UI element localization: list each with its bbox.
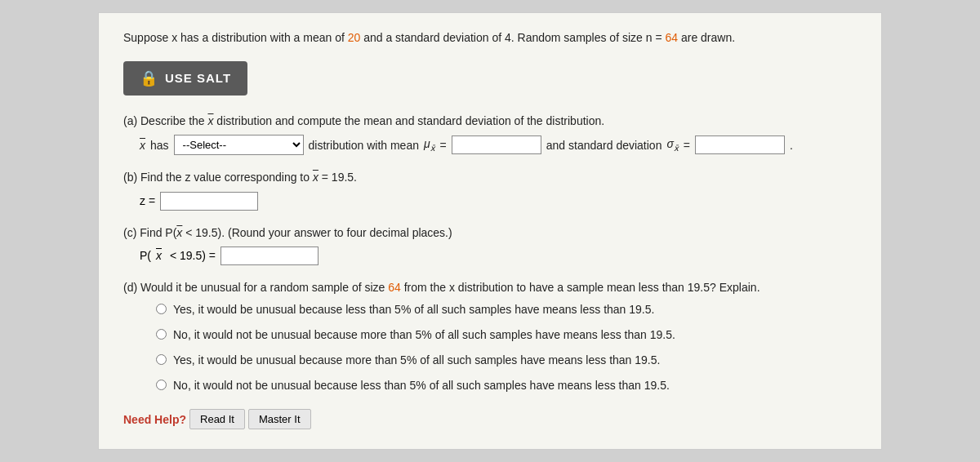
xbar-c2: x — [156, 249, 162, 262]
need-help-label: Need Help? — [123, 413, 186, 426]
problem-text-1: Suppose x has a distribution with a mean… — [123, 31, 348, 44]
and-label: and standard deviation — [546, 139, 662, 152]
p-input[interactable] — [220, 247, 318, 265]
part-a-input-row: x has --Select-- normal approximately no… — [140, 135, 857, 155]
distribution-select[interactable]: --Select-- normal approximately normal b… — [174, 135, 304, 155]
use-salt-button[interactable]: 🔒 USE SALT — [123, 61, 247, 96]
radio-4[interactable] — [156, 380, 167, 390]
period-a: . — [790, 139, 793, 152]
has-label: has — [150, 139, 169, 152]
main-container: Suppose x has a distribution with a mean… — [98, 12, 882, 451]
problem-text-3: are drawn. — [678, 31, 735, 44]
master-it-button[interactable]: Master It — [248, 409, 311, 429]
p-input-row: P(x < 19.5) = — [140, 247, 857, 265]
read-it-button[interactable]: Read It — [189, 409, 245, 429]
equals-a2: = — [684, 139, 690, 152]
sd-input[interactable] — [695, 135, 785, 154]
radio-2[interactable] — [156, 329, 167, 340]
part-b-text-1: (b) Find the z value corresponding to — [123, 171, 313, 184]
part-d-radio-group: Yes, it would be unusual because less th… — [156, 301, 857, 394]
part-a-text-1: (a) Describe the — [123, 114, 207, 127]
z-input-row: z = — [140, 192, 857, 211]
part-c-text-2: < 19.5). (Round your answer to four deci… — [182, 226, 452, 239]
mu-symbol: μx̄ — [424, 137, 435, 153]
part-d-text-2: from the x distribution to have a sample… — [401, 281, 760, 294]
section-b: (b) Find the z value corresponding to x … — [123, 168, 857, 210]
section-b-label: (b) Find the z value corresponding to x … — [123, 168, 857, 186]
xbar-a2: x — [140, 139, 145, 152]
section-d-label: (d) Would it be unusual for a random sam… — [123, 278, 857, 296]
size-highlight: 64 — [388, 281, 401, 294]
z-input[interactable] — [160, 192, 258, 211]
radio-label-4: No, it would not be unusual because less… — [173, 377, 670, 394]
salt-icon: 🔒 — [140, 69, 158, 87]
sigma-sub: x̄ — [674, 144, 679, 153]
dist-label: distribution with mean — [309, 139, 419, 152]
section-c: (c) Find P(x < 19.5). (Round your answer… — [123, 224, 857, 265]
sigma-symbol: σx̄ — [666, 137, 678, 153]
problem-statement: Suppose x has a distribution with a mean… — [123, 29, 857, 47]
radio-item-3: Yes, it would be unusual because more th… — [156, 352, 857, 369]
radio-label-3: Yes, it would be unusual because more th… — [173, 352, 660, 369]
part-a-text-2: distribution and compute the mean and st… — [213, 114, 604, 127]
z-label: z = — [140, 194, 155, 207]
p-label-1: P( — [140, 249, 151, 262]
radio-item-2: No, it would not be unusual because more… — [156, 327, 857, 344]
section-c-label: (c) Find P(x < 19.5). (Round your answer… — [123, 224, 857, 242]
mean-highlight: 20 — [348, 31, 361, 44]
radio-item-1: Yes, it would be unusual because less th… — [156, 301, 857, 318]
radio-label-1: Yes, it would be unusual because less th… — [173, 301, 654, 318]
section-d: (d) Would it be unusual for a random sam… — [123, 278, 857, 394]
radio-label-2: No, it would not be unusual because more… — [173, 327, 675, 344]
part-c-text-1: (c) Find P( — [123, 226, 176, 239]
use-salt-label: USE SALT — [165, 71, 231, 85]
equals-a: = — [440, 139, 447, 152]
radio-3[interactable] — [156, 354, 167, 365]
xbar-b: x — [313, 168, 318, 186]
need-help-row: Need Help? Read It Master It — [123, 409, 857, 429]
radio-item-4: No, it would not be unusual because less… — [156, 377, 857, 394]
section-a-label: (a) Describe the x distribution and comp… — [123, 112, 857, 130]
section-a: (a) Describe the x distribution and comp… — [123, 112, 857, 155]
mu-sub: x̄ — [430, 144, 435, 153]
mean-input[interactable] — [452, 135, 541, 154]
p-label-2: < 19.5) = — [167, 249, 216, 262]
part-d-text-1: (d) Would it be unusual for a random sam… — [123, 281, 388, 294]
n-highlight: 64 — [665, 31, 678, 44]
radio-1[interactable] — [156, 304, 167, 314]
problem-text-2: and a standard deviation of 4. Random sa… — [360, 31, 665, 44]
part-b-text-2: = 19.5. — [318, 171, 357, 184]
